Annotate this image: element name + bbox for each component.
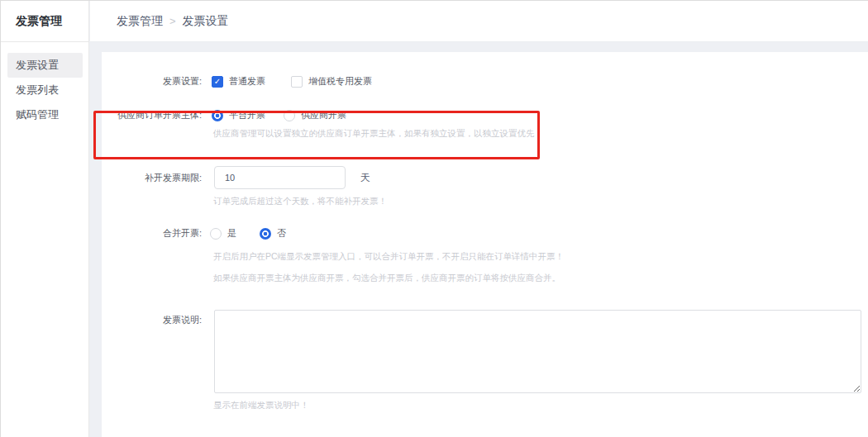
- radio-selected-icon[interactable]: [212, 110, 223, 121]
- supplier-subject-options: 平台开票 供应商开票: [212, 109, 346, 121]
- invoice-type-label: 发票设置:: [102, 75, 202, 88]
- radio-merge-yes[interactable]: 是: [210, 227, 236, 240]
- sidebar-title: 发票管理: [1, 1, 88, 42]
- radio-unselected-icon[interactable]: [284, 110, 295, 121]
- checkbox-unchecked-icon[interactable]: [291, 76, 303, 88]
- merge-invoice-options: 是 否: [210, 227, 286, 240]
- checkbox-vat-special-invoice-label: 增值税专用发票: [308, 75, 372, 88]
- merge-invoice-tip-1: 开启后用户在PC端显示发票管理入口，可以合并订单开票，不开启只能在订单详情中开票…: [213, 251, 868, 263]
- reissue-deadline-tip: 订单完成后超过这个天数，将不能补开发票！: [213, 196, 868, 207]
- sidebar: 发票管理 发票设置 发票列表 赋码管理: [1, 1, 89, 437]
- top-header: 发票管理 > 发票设置: [90, 1, 868, 42]
- invoice-note-textarea[interactable]: [214, 310, 861, 393]
- reissue-deadline-label: 补开发票期限:: [102, 172, 202, 184]
- merge-invoice-tip-2: 如果供应商开票主体为供应商开票，勾选合并开票后，供应商开票的订单将按供应商合并。: [213, 273, 868, 284]
- radio-unselected-icon[interactable]: [210, 228, 222, 240]
- breadcrumb-invoice-settings: 发票设置: [183, 14, 229, 29]
- checkbox-checked-icon[interactable]: ✓: [212, 76, 223, 88]
- supplier-subject-label: 供应商订单开票主体:: [102, 109, 202, 121]
- supplier-subject-row: 供应商订单开票主体: 平台开票 供应商开票: [102, 109, 868, 121]
- sidebar-item-invoice-settings[interactable]: 发票设置: [7, 53, 83, 78]
- radio-merge-no[interactable]: 否: [260, 227, 286, 240]
- radio-merge-yes-label: 是: [227, 227, 236, 240]
- radio-merge-no-label: 否: [277, 227, 286, 240]
- supplier-subject-tip: 供应商管理可以设置独立的供应商订单开票主体，如果有独立设置，以独立设置优先！: [213, 128, 868, 140]
- invoice-type-row: 发票设置: ✓ 普通发票 增值税专用发票: [102, 75, 868, 88]
- radio-selected-icon[interactable]: [260, 228, 271, 240]
- checkbox-ordinary-invoice-label: 普通发票: [229, 75, 265, 88]
- radio-supplier-invoicing-label: 供应商开票: [301, 109, 346, 121]
- checkmark-icon: ✓: [214, 78, 221, 86]
- invoice-type-options: ✓ 普通发票 增值税专用发票: [212, 75, 372, 88]
- radio-platform-invoicing-label: 平台开票: [229, 109, 265, 121]
- breadcrumb-invoice-management[interactable]: 发票管理: [117, 14, 163, 29]
- breadcrumb: 发票管理 > 发票设置: [90, 1, 868, 41]
- radio-platform-invoicing[interactable]: 平台开票: [212, 109, 265, 121]
- reissue-deadline-unit: 天: [360, 171, 370, 185]
- invoice-note-row: 发票说明:: [102, 310, 868, 393]
- merge-invoice-row: 合并开票: 是 否: [102, 227, 868, 240]
- radio-supplier-invoicing[interactable]: 供应商开票: [284, 109, 346, 121]
- breadcrumb-separator-icon: >: [169, 15, 176, 27]
- sidebar-item-invoice-list[interactable]: 发票列表: [7, 78, 83, 102]
- merge-invoice-label: 合并开票:: [102, 227, 202, 240]
- reissue-deadline-row: 补开发票期限: 天: [102, 166, 868, 189]
- invoice-settings-form: 发票设置: ✓ 普通发票 增值税专用发票 供应商订单开票主体: 平台开票: [102, 52, 868, 411]
- invoice-note-label: 发票说明:: [102, 310, 202, 326]
- invoice-note-tip: 显示在前端发票说明中！: [213, 400, 868, 411]
- sidebar-item-code-management[interactable]: 赋码管理: [7, 102, 83, 127]
- sidebar-nav: 发票设置 发票列表 赋码管理: [1, 42, 88, 127]
- reissue-deadline-input[interactable]: [214, 166, 346, 189]
- checkbox-vat-special-invoice[interactable]: 增值税专用发票: [291, 75, 372, 88]
- settings-panel: 发票设置: ✓ 普通发票 增值税专用发票 供应商订单开票主体: 平台开票: [102, 52, 868, 437]
- checkbox-ordinary-invoice[interactable]: ✓ 普通发票: [212, 75, 265, 88]
